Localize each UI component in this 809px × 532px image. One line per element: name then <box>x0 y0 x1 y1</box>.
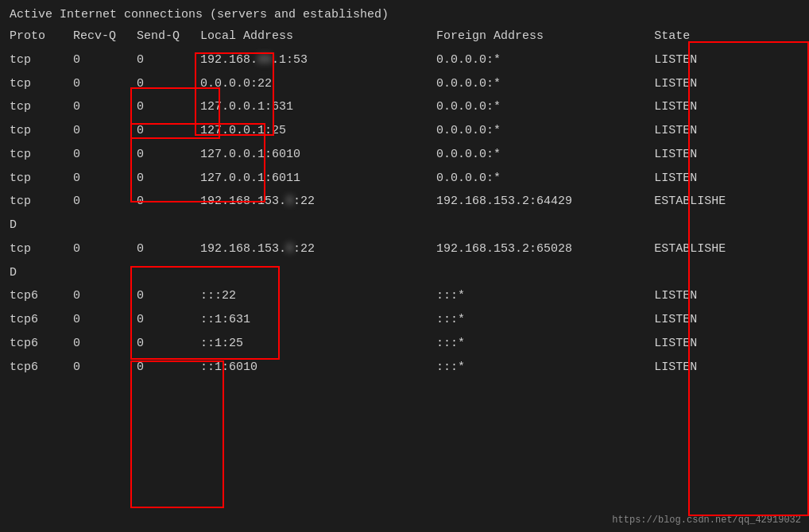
proto-cell: tcp6 <box>10 356 73 380</box>
local-cell: 127.0.0.1:6010 <box>200 143 436 167</box>
sendq-cell: 0 <box>137 48 200 72</box>
table-row: tcp 0 0 127.0.0.1:6011 0.0.0.0:* LISTEN <box>10 167 799 191</box>
sendq-cell: 0 <box>137 237 200 261</box>
table-row: tcp 0 0 192.168.XX.1:53 0.0.0.0:* LISTEN <box>10 48 799 72</box>
title-line: Active Internet connections (servers and… <box>10 8 799 21</box>
local-cell: ::1:25 <box>200 332 436 356</box>
table-row: tcp 0 0 127.0.0.1:25 0.0.0.0:* LISTEN <box>10 119 799 143</box>
state-cell: LISTEN <box>654 72 799 96</box>
state-cell: LISTEN <box>654 119 799 143</box>
recvq-cell: 0 <box>73 48 137 72</box>
blurred-ip: X <box>286 191 293 213</box>
recvq-cell: 0 <box>73 237 137 261</box>
table-row: tcp6 0 0 ::1:25 :::* LISTEN <box>10 332 799 356</box>
state-cell: LISTEN <box>654 356 799 380</box>
header-local: Local Address <box>200 25 436 48</box>
sendq-cell: 0 <box>137 167 200 191</box>
sendq-cell: 0 <box>137 72 200 96</box>
table-row-continuation: D <box>10 261 799 285</box>
proto-cell: tcp <box>10 167 73 191</box>
foreign-cell: 192.168.153.2:65028 <box>436 237 654 261</box>
foreign-cell: :::* <box>436 332 654 356</box>
state-cell: ESTABLISHE <box>654 237 799 261</box>
sendq-cell: 0 <box>137 143 200 167</box>
header-proto: Proto <box>10 25 73 48</box>
proto-cell: tcp6 <box>10 308 73 332</box>
connections-table: Proto Recv-Q Send-Q Local Address Foreig… <box>10 25 799 379</box>
local-cell: 127.0.0.1:6011 <box>200 167 436 191</box>
table-row: tcp 0 0 127.0.0.1:631 0.0.0.0:* LISTEN <box>10 95 799 119</box>
proto-cell: tcp <box>10 72 73 96</box>
recvq-cell: 0 <box>73 119 137 143</box>
blurred-ip: XX <box>257 49 272 71</box>
local-cell: :::22 <box>200 284 436 308</box>
recvq-cell: 0 <box>73 72 137 96</box>
local-cell: ::1:631 <box>200 308 436 332</box>
foreign-cell: 0.0.0.0:* <box>436 72 654 96</box>
local-cell: 0.0.0.0:22 <box>200 72 436 96</box>
local-cell: 127.0.0.1:631 <box>200 95 436 119</box>
proto-cell: tcp <box>10 119 73 143</box>
state-cell: LISTEN <box>654 95 799 119</box>
local-cell: 192.168.153.X:22 <box>200 190 436 214</box>
sendq-cell: 0 <box>137 332 200 356</box>
continuation-cell: D <box>10 214 799 237</box>
recvq-cell: 0 <box>73 190 137 214</box>
local-cell: ::1:6010 <box>200 356 436 380</box>
foreign-cell: :::* <box>436 356 654 380</box>
sendq-cell: 0 <box>137 119 200 143</box>
state-cell: LISTEN <box>654 308 799 332</box>
table-row: tcp 0 0 127.0.0.1:6010 0.0.0.0:* LISTEN <box>10 143 799 167</box>
state-cell: LISTEN <box>654 332 799 356</box>
foreign-cell: 0.0.0.0:* <box>436 143 654 167</box>
recvq-cell: 0 <box>73 308 137 332</box>
recvq-cell: 0 <box>73 167 137 191</box>
table-row: tcp6 0 0 ::1:6010 :::* LISTEN <box>10 356 799 380</box>
sendq-cell: 0 <box>137 284 200 308</box>
header-foreign: Foreign Address <box>436 25 654 48</box>
proto-cell: tcp <box>10 48 73 72</box>
state-cell: LISTEN <box>654 167 799 191</box>
tcp6-highlight-box <box>130 360 224 508</box>
foreign-cell: 0.0.0.0:* <box>436 119 654 143</box>
header-state: State <box>654 25 799 48</box>
proto-cell: tcp <box>10 95 73 119</box>
header-recvq: Recv-Q <box>73 25 137 48</box>
table-row: tcp6 0 0 :::22 :::* LISTEN <box>10 284 799 308</box>
proto-cell: tcp <box>10 237 73 261</box>
sendq-cell: 0 <box>137 190 200 214</box>
proto-cell: tcp6 <box>10 284 73 308</box>
table-header: Proto Recv-Q Send-Q Local Address Foreig… <box>10 25 799 48</box>
foreign-cell: 192.168.153.2:64429 <box>436 190 654 214</box>
foreign-cell: 0.0.0.0:* <box>436 48 654 72</box>
sendq-cell: 0 <box>137 356 200 380</box>
state-cell: LISTEN <box>654 48 799 72</box>
recvq-cell: 0 <box>73 332 137 356</box>
state-cell: LISTEN <box>654 284 799 308</box>
sendq-cell: 0 <box>137 95 200 119</box>
recvq-cell: 0 <box>73 356 137 380</box>
table-row-continuation: D <box>10 214 799 237</box>
blurred-ip: X <box>286 238 293 260</box>
recvq-cell: 0 <box>73 284 137 308</box>
foreign-cell: :::* <box>436 284 654 308</box>
foreign-cell: 0.0.0.0:* <box>436 167 654 191</box>
local-cell: 127.0.0.1:25 <box>200 119 436 143</box>
state-cell: ESTABLISHE <box>654 190 799 214</box>
foreign-cell: 0.0.0.0:* <box>436 95 654 119</box>
table-row: tcp 0 0 192.168.153.X:22 192.168.153.2:6… <box>10 190 799 214</box>
sendq-cell: 0 <box>137 308 200 332</box>
proto-cell: tcp <box>10 190 73 214</box>
table-row: tcp6 0 0 ::1:631 :::* LISTEN <box>10 308 799 332</box>
recvq-cell: 0 <box>73 95 137 119</box>
table-row: tcp 0 0 192.168.153.X:22 192.168.153.2:6… <box>10 237 799 261</box>
terminal: Active Internet connections (servers and… <box>0 0 809 532</box>
local-cell: 192.168.153.X:22 <box>200 237 436 261</box>
foreign-cell: :::* <box>436 308 654 332</box>
proto-cell: tcp6 <box>10 332 73 356</box>
local-cell: 192.168.XX.1:53 <box>200 48 436 72</box>
header-sendq: Send-Q <box>137 25 200 48</box>
state-cell: LISTEN <box>654 143 799 167</box>
recvq-cell: 0 <box>73 143 137 167</box>
watermark: https://blog.csdn.net/qq_42919032 <box>612 515 801 526</box>
